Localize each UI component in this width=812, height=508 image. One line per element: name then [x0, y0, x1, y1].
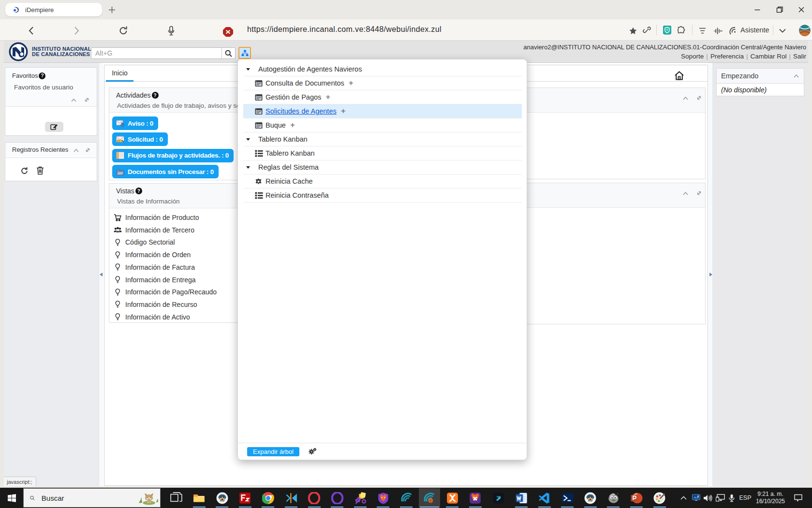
menu-section-7[interactable]: Reglas del Sistema [243, 160, 522, 174]
taskbar-app-chrome[interactable] [257, 488, 279, 508]
action-center-icon[interactable] [791, 488, 805, 508]
menu-item-1[interactable]: Consulta de Documentos+ [243, 76, 522, 90]
taskbar-app-pgadmin-2[interactable] [580, 488, 601, 508]
east-splitter[interactable] [709, 63, 713, 486]
taskbar-app-filezilla[interactable] [235, 488, 256, 508]
address-bar-url[interactable]: https://idempiere.incanal.com.ve:8448/we… [247, 25, 442, 34]
assistant-leo-icon[interactable] [729, 27, 738, 35]
menu-section-5[interactable]: Tablero Kanban [243, 132, 522, 146]
global-search-input[interactable] [91, 48, 221, 58]
menu-label[interactable]: Buque [266, 121, 286, 129]
activity-button-2[interactable]: Flujos de trabajo y actividades. : 0 [112, 149, 234, 162]
taskbar-app-opera-gx[interactable] [326, 488, 348, 508]
tray-app-icon[interactable] [691, 488, 701, 508]
reading-list-icon[interactable] [699, 28, 706, 34]
taskbar-app-krita[interactable] [649, 488, 670, 508]
menu-label[interactable]: Autogestión de Agentes Navieros [258, 65, 362, 73]
taskbar-app-toolbox[interactable] [350, 488, 371, 508]
gears-icon[interactable] [309, 448, 317, 455]
taskbar-app-dark-s[interactable] [487, 488, 509, 508]
west-splitter[interactable] [99, 63, 103, 486]
trash-icon[interactable] [36, 166, 44, 175]
taskbar-app-file-explorer[interactable] [189, 488, 210, 508]
taskbar-app-word[interactable] [511, 488, 532, 508]
maximize-panel-icon[interactable] [85, 147, 91, 153]
window-close-button[interactable] [797, 6, 805, 14]
taskbar-app-task-view[interactable] [165, 488, 187, 508]
reload-icon[interactable] [118, 26, 128, 36]
taskbar-app-pgadmin[interactable] [211, 488, 233, 508]
home-icon[interactable] [674, 71, 684, 80]
window-minimize-button[interactable] [753, 6, 761, 14]
menu-label[interactable]: Reglas del Sistema [258, 163, 319, 171]
collapse-panel-icon[interactable] [682, 190, 689, 197]
edit-favorites-button[interactable] [45, 122, 63, 132]
shield-extension-icon[interactable] [663, 26, 671, 35]
taskbar-app-incanal-browser-active[interactable] [419, 488, 440, 508]
new-record-plus-icon[interactable]: + [341, 107, 346, 116]
tray-chevron-up-icon[interactable] [678, 488, 689, 508]
taskbar-app-powerpoint[interactable] [626, 488, 647, 508]
taskbar-search[interactable] [23, 488, 161, 508]
help-icon[interactable]: ? [39, 73, 45, 79]
help-icon[interactable]: ? [135, 188, 142, 194]
new-tab-button[interactable] [108, 6, 116, 14]
menu-label[interactable]: Solicitudes de Agentes [266, 107, 337, 115]
menu-label[interactable]: Reinicia Contraseña [266, 191, 329, 199]
taskbar-app-xampp[interactable] [442, 488, 463, 508]
caret-down-icon[interactable] [246, 138, 250, 141]
expand-tree-button[interactable]: Expandir árbol [247, 447, 299, 456]
tray-microphone-icon[interactable] [726, 488, 737, 508]
header-link-salir[interactable]: Salir [793, 53, 806, 60]
taskbar-app-incanal-browser[interactable] [396, 488, 417, 508]
back-icon[interactable] [28, 26, 35, 36]
volume-icon[interactable] [702, 488, 714, 508]
collapse-west-icon[interactable] [100, 273, 103, 276]
taskbar-app-fox-shield[interactable] [372, 488, 394, 508]
activity-button-1[interactable]: Solicitud : 0 [112, 132, 168, 146]
menu-label[interactable]: Gestión de Pagos [266, 93, 321, 101]
microphone-icon[interactable] [167, 26, 175, 36]
taskbar-app-opera[interactable] [304, 488, 325, 508]
caret-down-icon[interactable] [246, 68, 250, 71]
tab-inicio[interactable]: Inicio [106, 65, 133, 82]
help-icon[interactable]: ? [152, 92, 159, 99]
taskbar-search-input[interactable] [42, 494, 138, 502]
menu-item-8[interactable]: Reinicia Cache [243, 174, 522, 189]
collapse-panel-icon[interactable] [73, 147, 79, 154]
collapse-panel-icon[interactable] [793, 73, 799, 79]
menu-item-4[interactable]: Buque+ [243, 118, 522, 132]
window-restore-button[interactable] [776, 6, 783, 14]
menu-label[interactable]: Consulta de Documentos [266, 79, 344, 87]
taskbar-app-kdenlive[interactable] [281, 488, 302, 508]
browser-tab[interactable]: iDempiere [5, 3, 102, 16]
menu-item-2[interactable]: Gestión de Pagos+ [243, 90, 522, 104]
menu-item-6[interactable]: Tablero Kanban [243, 146, 522, 160]
new-record-plus-icon[interactable]: + [325, 93, 330, 102]
header-link-cambiar-rol[interactable]: Cambiar Rol [750, 53, 786, 60]
maximize-panel-icon[interactable] [84, 97, 90, 103]
menu-label[interactable]: Reinicia Cache [266, 177, 313, 185]
header-link-preferencia[interactable]: Preferencia [710, 53, 744, 60]
menu-label[interactable]: Tablero Kanban [258, 135, 308, 143]
network-icon[interactable] [714, 488, 726, 508]
taskbar-app-gimp[interactable] [603, 488, 624, 508]
menu-section-0[interactable]: Autogestión de Agentes Navieros [243, 62, 522, 76]
menu-item-9[interactable]: Reinicia Contraseña [243, 189, 522, 203]
clock[interactable]: 9:21 a. m. 16/10/2025 [753, 488, 787, 508]
menu-tree-button[interactable] [238, 47, 251, 59]
extensions-puzzle-icon[interactable] [677, 26, 685, 35]
new-record-plus-icon[interactable]: + [349, 79, 354, 88]
maximize-panel-icon[interactable] [696, 190, 702, 196]
activity-button-3[interactable]: Documentos sin Procesar : 0 [112, 165, 219, 178]
new-record-plus-icon[interactable]: + [290, 121, 295, 130]
activity-button-0[interactable]: Aviso : 0 [112, 116, 158, 130]
menu-item-3[interactable]: Solicitudes de Agentes+ [243, 104, 522, 118]
refresh-icon[interactable] [20, 167, 29, 175]
assistant-label[interactable]: Asistente [740, 26, 769, 34]
taskbar-app-vscode[interactable] [534, 488, 555, 508]
taskbar-app-fox-x[interactable] [465, 488, 486, 508]
collapse-panel-icon[interactable] [682, 95, 689, 102]
copy-link-icon[interactable] [643, 27, 651, 35]
maximize-panel-icon[interactable] [696, 95, 702, 101]
